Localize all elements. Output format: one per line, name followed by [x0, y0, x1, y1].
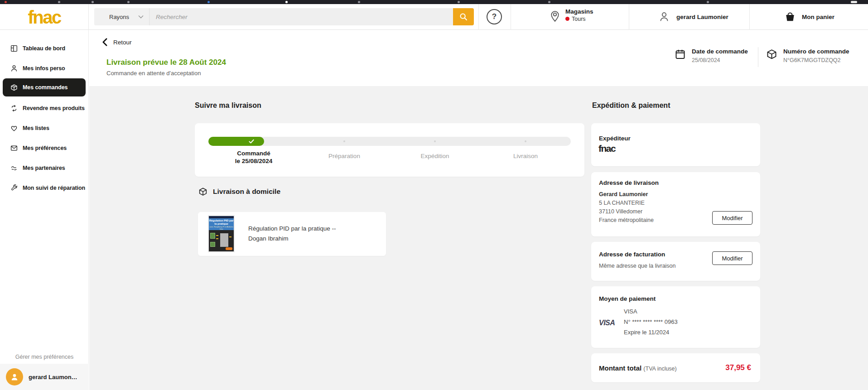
sidebar-item-label: Tableau de bord: [23, 45, 65, 52]
search-input[interactable]: [149, 8, 453, 25]
category-dropdown[interactable]: Rayons: [94, 8, 149, 25]
site-header: fnac Rayons ? Magasins Tours gerard Laum…: [0, 4, 868, 30]
step-preparation: Préparation: [299, 149, 390, 165]
order-date-value: 25/08/2024: [692, 57, 748, 63]
header-divider: [511, 4, 511, 30]
sidebar-item-mes-partenaires[interactable]: Mes partenaires: [0, 158, 88, 178]
store-name: Tours: [572, 16, 586, 22]
heart-icon: [10, 124, 18, 132]
header-divider: [629, 4, 629, 30]
book-cover-titleband: Régulation PID par la pratique avec Rasp…: [209, 218, 234, 230]
billing-address-note: Même adresse que la livraison: [599, 263, 676, 269]
total-label: Montant total: [599, 364, 641, 372]
book-cover-art: [209, 230, 234, 251]
product-title-line: Régulation PID par la pratique --: [248, 225, 336, 232]
step-label: Expédition: [420, 153, 449, 159]
sidebar-item-label: Mes préférences: [23, 145, 67, 151]
shipment-title: Livraison à domicile: [213, 188, 280, 196]
shipper-card: Expéditeur fnac: [591, 123, 760, 166]
step-livraison: Livraison: [480, 149, 571, 165]
wrench-icon: [10, 184, 18, 192]
sidebar-item-label: Mon suivi de réparation: [23, 185, 85, 191]
browser-chrome-strip: [0, 0, 868, 4]
product-title[interactable]: Régulation PID par la pratique -- Dogan …: [248, 224, 336, 244]
card-details: VISA N° **** **** **** 0963 Expire le 11…: [624, 306, 678, 337]
progress-dot: [343, 140, 345, 142]
handshake-icon: [10, 164, 18, 172]
progress-bar: [208, 137, 571, 146]
address-line: France métropolitaine: [599, 217, 654, 223]
book-cover-title: Régulation PID par la pratique: [209, 219, 234, 226]
visa-logo: VISA: [599, 319, 615, 327]
sidebar-item-mes-infos-perso[interactable]: Mes infos perso: [0, 58, 88, 78]
shipment-title-row: Livraison à domicile: [198, 187, 280, 197]
sidebar-item-label: Mes commandes: [23, 84, 68, 91]
step-commande: Commandé le 25/08/2024: [208, 149, 299, 165]
product-image[interactable]: Régulation PID par la pratique avec Rasp…: [208, 215, 235, 252]
basket-icon: [784, 10, 796, 23]
back-link[interactable]: Retour: [102, 38, 132, 46]
payment-panel-title: Expédition & paiement: [592, 101, 670, 110]
avatar: [6, 368, 23, 385]
sidebar-item-revendre-mes-produits[interactable]: Revendre mes produits: [0, 98, 88, 118]
step-label: Préparation: [328, 153, 360, 159]
manage-preferences-link[interactable]: Gérer mes préférences: [0, 354, 89, 360]
total-amount: 37,95 €: [725, 363, 751, 372]
sidebar-user[interactable]: gerard Laumon…: [0, 364, 89, 390]
sidebar-item-label: Revendre mes produits: [23, 105, 85, 111]
logo-container: fnac: [0, 4, 89, 30]
product-card[interactable]: Régulation PID par la pratique avec Rasp…: [198, 212, 386, 256]
sidebar-item-mes-listes[interactable]: Mes listes: [0, 118, 88, 138]
order-number-value: N°G6K7MGGTDZQQ2: [783, 57, 849, 63]
account-button[interactable]: gerard Laumonier: [658, 10, 728, 23]
step-sublabel: le 25/08/2024: [235, 158, 273, 164]
cart-button[interactable]: Mon panier: [784, 10, 834, 23]
sidebar: Tableau de bord Mes infos perso Mes comm…: [0, 30, 89, 390]
user-icon: [658, 10, 670, 23]
help-label: ?: [492, 12, 497, 21]
stores-label: Magasins: [565, 8, 593, 15]
package-icon: [10, 83, 18, 91]
location-pin-icon: [549, 8, 561, 22]
sidebar-item-label: Mes partenaires: [23, 165, 65, 171]
sidebar-item-tableau-de-bord[interactable]: Tableau de bord: [0, 39, 88, 58]
address-line: 37110 Villedomer: [599, 208, 642, 215]
modify-billing-address-button[interactable]: Modifier: [712, 251, 752, 265]
fnac-logo[interactable]: fnac: [28, 8, 60, 26]
payment-method-label: Moyen de paiement: [599, 295, 656, 302]
step-label: Livraison: [513, 153, 538, 159]
sidebar-item-mes-preferences[interactable]: Mes préférences: [0, 138, 88, 158]
avatar-person-icon: [10, 372, 19, 381]
account-name: gerard Laumonier: [676, 14, 728, 20]
address-line: 5 LA CHANTERIE: [599, 200, 645, 206]
stores-button[interactable]: Magasins Tours: [549, 8, 593, 22]
back-label: Retour: [113, 39, 132, 46]
order-number-label: Numéro de commande: [783, 48, 849, 55]
resell-arrows-icon: [10, 104, 18, 112]
step-label: Commandé: [237, 150, 270, 157]
total-note: (TVA incluse): [643, 366, 676, 372]
header-divider: [478, 4, 479, 30]
payment-method-card: Moyen de paiement VISA VISA N° **** ****…: [591, 286, 760, 348]
step-expedition: Expédition: [390, 149, 480, 165]
progress-fill: [208, 137, 264, 146]
order-date-block: Date de commande 25/08/2024: [674, 48, 748, 63]
shipper-name: fnac: [598, 143, 615, 154]
modify-delivery-address-button[interactable]: Modifier: [712, 211, 752, 225]
search-icon: [458, 12, 468, 22]
delivery-address-card: Adresse de livraison Gerard Laumonier 5 …: [591, 172, 760, 236]
sidebar-item-mes-commandes[interactable]: Mes commandes: [3, 78, 86, 96]
back-chevron-icon: [102, 38, 108, 46]
tracking-card: Commandé le 25/08/2024 Préparation Expéd…: [195, 123, 584, 177]
sidebar-item-mon-suivi-de-reparation[interactable]: Mon suivi de réparation: [0, 178, 88, 198]
order-status-text: Commande en attente d'acceptation: [106, 70, 201, 77]
meta-divider: [758, 47, 758, 67]
envelope-icon: [10, 144, 18, 152]
package-icon: [198, 187, 208, 197]
store-status-dot: [565, 17, 569, 21]
search-button[interactable]: [453, 8, 474, 25]
sidebar-item-label: Mes infos perso: [23, 65, 65, 72]
help-button[interactable]: ?: [487, 9, 502, 24]
shipper-label: Expéditeur: [599, 135, 631, 142]
delivery-address-lines: Gerard Laumonier 5 LA CHANTERIE 37110 Vi…: [599, 190, 654, 225]
